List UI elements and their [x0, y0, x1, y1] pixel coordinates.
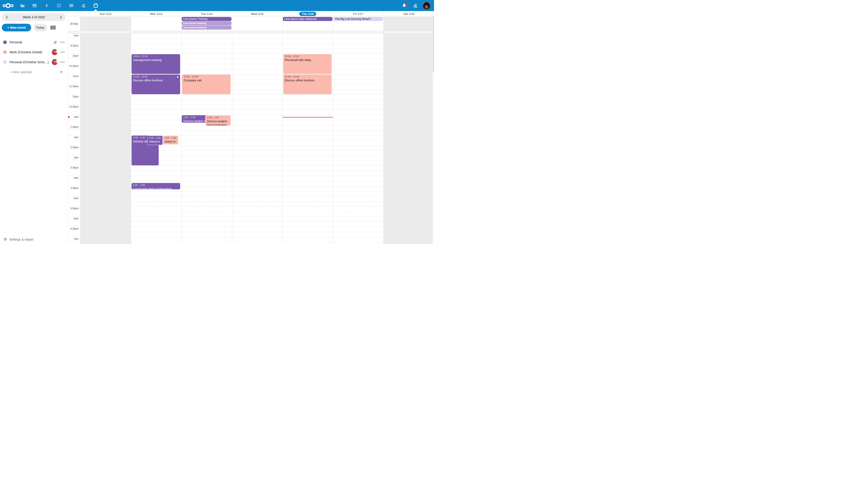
calendar-color-dot[interactable]	[3, 60, 7, 64]
contacts-menu-icon[interactable]	[411, 2, 420, 10]
time-grid-cell[interactable]	[283, 34, 333, 44]
time-grid-cell[interactable]	[131, 166, 182, 176]
time-grid-cell[interactable]	[333, 176, 383, 186]
time-grid-cell[interactable]	[232, 44, 283, 54]
plus-icon[interactable]: +	[60, 70, 63, 75]
time-grid-cell[interactable]	[81, 227, 131, 237]
calendar-menu-icon[interactable]	[60, 62, 64, 63]
time-grid-cell[interactable]	[333, 135, 383, 145]
vertical-scrollbar[interactable]	[432, 11, 434, 244]
time-grid-cell[interactable]	[232, 95, 283, 105]
time-grid-cell[interactable]	[333, 34, 383, 44]
time-grid-cell[interactable]	[131, 95, 182, 105]
time-grid-cell[interactable]	[383, 206, 434, 217]
event-card[interactable]: 11:00 - 12:00Discuss office furniture	[283, 74, 332, 94]
previous-week-button[interactable]	[2, 13, 12, 21]
time-grid-cell[interactable]	[81, 135, 131, 145]
shared-by-avatar[interactable]	[52, 49, 58, 55]
photos-icon[interactable]	[29, 0, 41, 11]
time-grid-cell[interactable]	[81, 125, 131, 135]
time-grid-cell[interactable]	[383, 145, 434, 156]
time-grid-cell[interactable]	[81, 34, 131, 44]
calendar-list-item[interactable]: Work (Christine Schott)	[0, 47, 68, 57]
time-grid-cell[interactable]	[232, 145, 283, 156]
time-grid-cell[interactable]	[232, 217, 283, 227]
week-label[interactable]: Week 3 of 2020	[12, 13, 56, 21]
time-grid-cell[interactable]	[283, 176, 333, 186]
time-grid-cell[interactable]	[283, 44, 333, 54]
time-grid-cell[interactable]	[333, 196, 383, 206]
all-day-cell[interactable]: Line Dance TrainingLine dance trainingLi…	[181, 17, 232, 31]
time-grid-cell[interactable]	[131, 206, 182, 217]
time-grid-cell[interactable]	[383, 74, 434, 85]
time-grid-cell[interactable]	[333, 227, 383, 237]
time-grid-cell[interactable]	[283, 217, 333, 227]
folder-icon[interactable]	[16, 0, 29, 11]
event-card[interactable]: 2:00 - 2:30check-in	[147, 135, 163, 145]
time-grid-cell[interactable]	[283, 237, 333, 244]
scrollbar-thumb[interactable]	[433, 16, 434, 72]
all-day-event[interactable]: Line dance training	[182, 26, 231, 30]
time-grid-cell[interactable]	[131, 125, 182, 135]
time-grid-cell[interactable]	[283, 227, 333, 237]
time-grid-cell[interactable]	[81, 166, 131, 176]
time-grid-cell[interactable]	[333, 74, 383, 85]
calendar-color-dot[interactable]	[3, 51, 7, 54]
today-button[interactable]: Today	[33, 24, 47, 31]
time-grid-cell[interactable]	[81, 74, 131, 85]
time-grid-cell[interactable]	[131, 196, 182, 206]
time-grid-cell[interactable]	[131, 105, 182, 115]
day-header[interactable]: Sun 1/12	[80, 11, 131, 17]
time-grid-cell[interactable]	[232, 125, 283, 135]
time-grid-cell[interactable]	[383, 196, 434, 206]
time-grid-cell[interactable]	[383, 227, 434, 237]
time-grid-cell[interactable]	[383, 64, 434, 74]
time-grid-cell[interactable]	[182, 135, 232, 145]
notifications-bell-icon[interactable]	[400, 2, 408, 10]
time-grid-cell[interactable]	[232, 34, 283, 44]
day-header[interactable]: Sat 1/18	[383, 11, 434, 17]
time-grid-cell[interactable]	[283, 125, 333, 135]
time-grid-cell[interactable]	[333, 145, 383, 156]
time-grid-cell[interactable]	[283, 135, 333, 145]
time-grid-cell[interactable]	[383, 237, 434, 244]
lightning-icon[interactable]	[41, 0, 53, 11]
time-grid-cell[interactable]	[81, 186, 131, 196]
time-grid-cell[interactable]	[232, 105, 283, 115]
time-grid-cell[interactable]	[232, 206, 283, 217]
time-grid-cell[interactable]	[131, 115, 182, 125]
time-grid-cell[interactable]	[131, 237, 182, 244]
time-grid-cell[interactable]	[383, 54, 434, 64]
time-grid-cell[interactable]	[232, 237, 283, 244]
all-day-event[interactable]: Line dance training	[182, 21, 231, 25]
time-grid-cell[interactable]	[333, 105, 383, 115]
time-grid-cell[interactable]	[232, 135, 283, 145]
time-grid-cell[interactable]	[283, 115, 333, 125]
time-grid-cell[interactable]	[182, 186, 232, 196]
all-day-event[interactable]: Line dance main rehearsal	[283, 17, 333, 21]
time-grid-cell[interactable]	[81, 206, 131, 217]
time-grid-cell[interactable]	[333, 125, 383, 135]
time-grid-cell[interactable]	[333, 54, 383, 64]
time-grid-cell[interactable]	[283, 186, 333, 196]
day-header[interactable]: Tue 1/14	[181, 11, 232, 17]
time-grid-cell[interactable]	[383, 217, 434, 227]
time-grid-cell[interactable]	[232, 115, 283, 125]
time-grid-cell[interactable]	[283, 196, 333, 206]
time-grid-cell[interactable]	[333, 156, 383, 166]
new-calendar-button[interactable]: + New calendar	[10, 70, 60, 74]
new-event-button[interactable]: + New event	[2, 24, 31, 31]
time-grid-cell[interactable]	[182, 227, 232, 237]
day-header[interactable]: Fri 1/17	[333, 11, 383, 17]
time-grid-cell[interactable]	[383, 166, 434, 176]
time-grid-cell[interactable]	[81, 85, 131, 95]
next-week-button[interactable]	[56, 13, 66, 21]
calendar-list-item[interactable]: Personal (Christine Scho…)	[0, 57, 68, 67]
time-grid-cell[interactable]	[182, 196, 232, 206]
time-grid-cell[interactable]	[81, 156, 131, 166]
all-day-cell[interactable]	[131, 17, 182, 31]
time-grid-cell[interactable]	[182, 217, 232, 227]
event-card[interactable]: 11:00 - 12:00Company call	[182, 74, 230, 94]
time-grid-cell[interactable]	[182, 176, 232, 186]
time-grid-cell[interactable]	[383, 95, 434, 105]
